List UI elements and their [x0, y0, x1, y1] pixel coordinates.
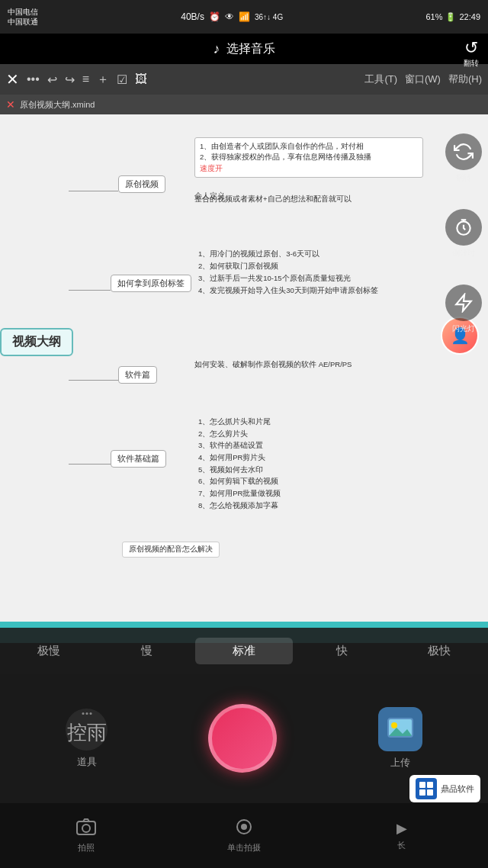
ruanjian-node: 软件篇 — [118, 366, 157, 384]
signal-label: 36↑↓ 4G — [255, 13, 283, 21]
timer-circle — [445, 209, 482, 246]
svg-marker-1 — [456, 294, 471, 311]
record-button[interactable] — [208, 704, 277, 773]
redo-icon[interactable]: ↪ — [65, 72, 75, 87]
image-icon[interactable]: 🖼 — [135, 72, 147, 86]
check-icon[interactable]: ☑ — [117, 72, 127, 87]
speed-jiman[interactable]: 极慢 — [0, 638, 98, 664]
status-bar: 中国电信 中国联通 40B/s ⏰ 👁 📶 36↑↓ 4G 61% 🔋 22:4… — [0, 0, 488, 34]
flip-label: 翻转 — [464, 58, 479, 69]
file-tab-bar: ✕ 原创视频大纲.xmind — [0, 95, 488, 114]
photo-tab-icon — [76, 818, 96, 839]
music-selector[interactable]: ♪ 选择音乐 — [0, 34, 488, 64]
upload-button[interactable]: 上传 — [378, 707, 422, 770]
official-def-box: 1、由创造者个人或团队亲自创作的作品，对付相 2、获得独家授权的作品，享有信息网… — [194, 137, 423, 178]
ruhe-items: 1、用冷门的视频过原创、3-6天可以 2、如何获取门原创视频 3、过新手后一共发… — [198, 248, 435, 297]
music-icon: ♪ — [214, 41, 220, 57]
eye-icon: 👁 — [225, 11, 234, 22]
format-icon[interactable]: ≡ — [82, 72, 89, 86]
help-menu[interactable]: 帮助(H) — [448, 72, 482, 86]
root-node: 视频大纲 — [0, 328, 73, 356]
tools-menu[interactable]: 工具(T) — [364, 72, 397, 86]
time-label: 22:49 — [459, 12, 480, 21]
line-root-yuanchuang — [69, 191, 118, 191]
upload-label: 上传 — [390, 756, 410, 770]
speed-bar: 极慢 慢 标准 快 极快 — [0, 628, 488, 674]
svg-rect-11 — [427, 782, 433, 788]
status-center: 40B/s ⏰ 👁 📶 36↑↓ 4G — [181, 11, 283, 22]
alarm-icon: ⏰ — [209, 11, 220, 22]
right-controls: 翻转 倒计时 闪光灯 — [445, 133, 482, 334]
svg-point-3 — [391, 722, 397, 728]
ruanjian-text: 如何安装、破解制作原创视频的软件 AE/PR/PS — [194, 360, 431, 370]
flash-ctrl-label: 闪光灯 — [452, 323, 475, 334]
viewfinder: 视频大纲 原创视频 如何拿到原创标签 软件篇 软件基础篇 官方定义 个人定义 1… — [0, 114, 488, 643]
official-def-line2: 2、获得独家授权的作品，享有信息网络传播及独播 — [200, 152, 418, 162]
flip-icon: ↺ — [464, 38, 478, 58]
flash-circle — [445, 285, 482, 321]
tab-long[interactable]: ▶ 长 — [323, 820, 480, 851]
speed-label: 速度开 — [200, 163, 418, 174]
flash-svg-icon — [454, 293, 474, 313]
long-tab-label: 长 — [397, 840, 406, 851]
network-speed: 40B/s — [181, 11, 204, 22]
tab-photo[interactable]: 拍照 — [8, 818, 165, 854]
file-close-icon[interactable]: ✕ — [6, 98, 15, 111]
watermark-logo — [416, 778, 437, 799]
geren-def-text: 整合的视频或者素材+自己的想法和配音就可以 — [194, 194, 438, 204]
line-root-ruhe — [69, 290, 111, 291]
single-tab-icon — [233, 818, 255, 839]
camera-icon — [76, 818, 96, 835]
svg-rect-10 — [419, 782, 425, 788]
carrier2-label: 中国联通 — [8, 17, 38, 27]
line-root-ruanjian — [69, 380, 118, 381]
svg-rect-13 — [427, 789, 433, 796]
yuanchuang-node: 原创视频 — [118, 175, 165, 193]
daoju-button[interactable]: 控雨 道具 — [66, 709, 108, 769]
battery-label: 61% — [425, 12, 442, 21]
photo-tab-label: 拍照 — [78, 842, 95, 854]
watermark-text-label: 鼎品软件 — [441, 783, 474, 795]
undo-icon[interactable]: ↩ — [47, 72, 57, 87]
long-tab-icon: ▶ — [396, 820, 407, 837]
line-root-jichu — [69, 464, 111, 465]
speed-biaozhun[interactable]: 标准 — [195, 638, 293, 664]
flip-ctrl-label: 翻转 — [456, 172, 471, 183]
official-def-line1: 1、由创造者个人或团队亲自创作的作品，对付相 — [200, 141, 418, 152]
music-title: 选择音乐 — [226, 41, 275, 57]
timer-ctrl[interactable]: 倒计时 — [445, 209, 482, 259]
jichu-items: 1、怎么抓片头和片尾 2、怎么剪片头 3、软件的基础设置 4、如何用PR剪片头 … — [198, 416, 427, 511]
status-right: 61% 🔋 22:49 — [425, 12, 480, 22]
dot2 — [85, 712, 88, 715]
flip-ctrl[interactable]: 翻转 — [445, 133, 482, 183]
dots-icon: ••• — [27, 72, 40, 86]
tab-single[interactable]: 单击拍摄 — [165, 818, 323, 854]
add-icon[interactable]: ＋ — [97, 72, 109, 88]
flip-circle — [445, 133, 482, 170]
svg-rect-12 — [419, 789, 425, 796]
speed-jikuai[interactable]: 极快 — [390, 638, 488, 664]
wifi-icon: 📶 — [239, 11, 250, 22]
flip-button[interactable]: ↺ 翻转 — [464, 38, 479, 69]
rain-icon: 控雨 — [67, 719, 107, 746]
daoju-icon-wrap: 控雨 — [66, 709, 108, 751]
dot3 — [89, 712, 92, 715]
dingpin-logo-icon — [419, 781, 434, 796]
peiyin-node: 原创视频的配音怎么解决 — [122, 542, 220, 558]
dot1 — [82, 712, 84, 715]
battery-icon: 🔋 — [445, 12, 456, 22]
bottom-tabs: 拍照 单击拍摄 ▶ 长 鼎品软件 — [0, 803, 488, 868]
mindmap-content: 视频大纲 原创视频 如何拿到原创标签 软件篇 软件基础篇 官方定义 个人定义 1… — [0, 114, 488, 622]
flip-svg-icon — [454, 142, 474, 162]
speed-man[interactable]: 慢 — [98, 638, 195, 664]
close-icon[interactable]: ✕ — [6, 70, 19, 88]
filename-label: 原创视频大纲.xmind — [20, 99, 95, 111]
flash-ctrl[interactable]: 闪光灯 — [445, 285, 482, 334]
watermark: 鼎品软件 — [409, 775, 480, 802]
timer-svg-icon — [454, 217, 474, 237]
ruhe-node: 如何拿到原创标签 — [111, 275, 191, 292]
app-toolbar: ✕ ••• ↩ ↪ ≡ ＋ ☑ 🖼 工具(T) 窗口(W) 帮助(H) — [0, 64, 488, 95]
daoju-dots — [82, 712, 92, 715]
window-menu[interactable]: 窗口(W) — [405, 72, 441, 86]
speed-kuai[interactable]: 快 — [293, 638, 390, 664]
